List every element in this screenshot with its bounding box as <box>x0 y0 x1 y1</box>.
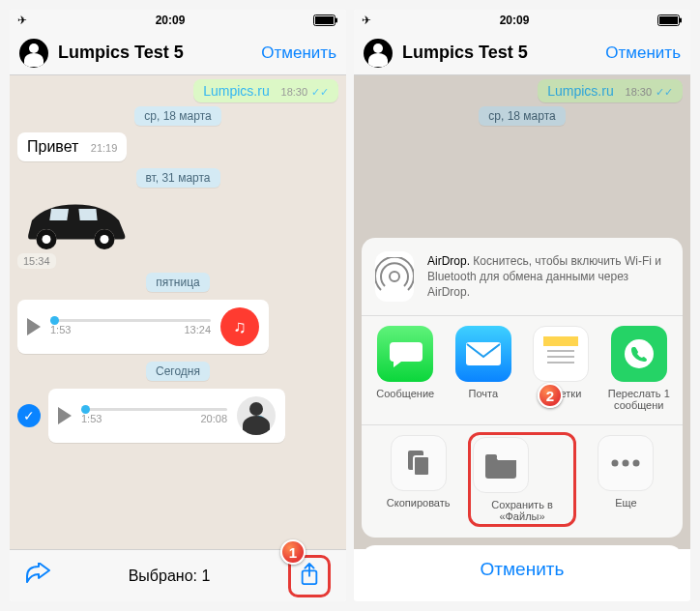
svg-point-5 <box>43 235 51 244</box>
svg-rect-2 <box>335 18 337 23</box>
action-label: Скопировать <box>387 497 451 509</box>
svg-point-19 <box>612 460 619 467</box>
incoming-message[interactable]: Привет 21:19 <box>17 132 127 161</box>
voice-track[interactable] <box>81 408 227 411</box>
share-apps-row: Сообщение Почта Заметки Переслать 1 сооб… <box>362 316 683 424</box>
callout-2: 2 <box>538 383 563 408</box>
share-app-mail[interactable]: Почта <box>446 326 522 411</box>
airplane-icon: ✈ <box>17 14 27 27</box>
app-label: Почта <box>468 388 498 399</box>
selected-count: Выбрано: 1 <box>129 567 211 585</box>
status-bar: ✈ 20:09 <box>10 10 346 31</box>
share-app-messages[interactable]: Сообщение <box>367 326 444 411</box>
action-label: Сохранить в «Файлы» <box>473 499 570 522</box>
msg-text: Привет <box>27 138 78 155</box>
share-card: AirDrop. Коснитесь, чтобы включить Wi-Fi… <box>362 238 683 538</box>
msg-time: 18:30 <box>281 86 308 98</box>
whatsapp-icon <box>611 326 667 382</box>
sticker-time: 15:34 <box>17 253 56 269</box>
action-label: Еще <box>615 497 636 509</box>
phone-right: ✈ 20:09 Lumpics Test 5 Отменить Lumpics.… <box>354 10 690 601</box>
sticker-message[interactable]: 15:34 <box>17 191 133 269</box>
action-save-files[interactable]: Сохранить в «Файлы» <box>471 435 572 524</box>
airplane-icon: ✈ <box>362 14 371 27</box>
chat-title[interactable]: Lumpics Test 5 <box>58 43 261 63</box>
phone-left: ✈ 20:09 Lumpics Test 5 Отменить Lumpics.… <box>10 10 346 601</box>
mic-icon <box>252 416 266 429</box>
app-label: Сообщение <box>376 388 434 399</box>
voice-track[interactable] <box>50 319 211 322</box>
avatar <box>364 39 393 68</box>
airdrop-row[interactable]: AirDrop. Коснитесь, чтобы включить Wi-Fi… <box>362 238 683 315</box>
cancel-button: Отменить <box>605 44 681 63</box>
read-ticks-icon: ✓✓ <box>656 86 673 98</box>
voice-time: 13:24 <box>184 324 211 335</box>
svg-point-20 <box>623 460 629 467</box>
read-ticks-icon: ✓✓ <box>311 86 329 98</box>
battery-icon <box>313 15 338 26</box>
voice-message-selected[interactable]: 1:53 20:08 <box>48 389 285 443</box>
cancel-button[interactable]: Отменить <box>261 44 336 63</box>
date-separator: вт, 31 марта <box>136 168 220 188</box>
chat-area: Lumpics.ru 18:30 ✓✓ ср, 18 марта Привет … <box>10 75 346 549</box>
svg-point-15 <box>625 339 654 368</box>
battery-icon <box>657 15 683 26</box>
mail-icon <box>455 326 511 382</box>
action-more[interactable]: Еще <box>575 435 677 524</box>
airdrop-text: AirDrop. Коснитесь, чтобы включить Wi-Fi… <box>427 253 669 301</box>
app-label: Переслать 1 сообщени <box>601 388 678 411</box>
link-text: Lumpics.ru <box>203 83 269 99</box>
svg-rect-8 <box>78 209 97 220</box>
voice-time: 20:08 <box>200 413 227 424</box>
sheet-cancel-button[interactable]: Отменить <box>362 545 683 594</box>
svg-point-21 <box>633 460 640 467</box>
play-icon[interactable] <box>58 407 72 424</box>
date-separator: пятница <box>146 273 209 292</box>
airdrop-icon <box>375 251 414 302</box>
folder-icon <box>473 437 529 493</box>
share-actions-row: Скопировать Сохранить в «Файлы» Еще <box>362 425 683 538</box>
avatar[interactable] <box>19 39 48 68</box>
forward-icon[interactable] <box>25 563 50 590</box>
selected-message-row[interactable]: ✓ 1:53 20:08 <box>17 385 338 447</box>
chat-header: Lumpics Test 5 Отменить <box>354 31 690 75</box>
status-time: 20:09 <box>500 14 530 27</box>
copy-icon <box>391 435 447 491</box>
voice-message[interactable]: 1:53 13:24 ♫ <box>17 300 269 354</box>
callout-1: 1 <box>280 539 306 565</box>
messages-icon <box>377 326 433 382</box>
play-icon[interactable] <box>27 318 41 335</box>
chat-header: Lumpics Test 5 Отменить <box>10 31 346 75</box>
svg-point-6 <box>101 235 109 244</box>
voice-duration: 1:53 <box>50 324 71 335</box>
share-app-whatsapp[interactable]: Переслать 1 сообщени <box>601 326 678 411</box>
msg-time: 21:19 <box>91 142 118 154</box>
svg-rect-18 <box>485 454 497 459</box>
svg-rect-1 <box>315 16 334 24</box>
music-badge-icon: ♫ <box>220 307 259 346</box>
sender-avatar-icon <box>237 396 276 435</box>
svg-point-13 <box>390 272 399 281</box>
voice-duration: 1:53 <box>81 413 102 424</box>
share-icon[interactable] <box>299 573 320 590</box>
more-icon <box>598 435 654 491</box>
outgoing-link: Lumpics.ru 18:30 ✓✓ <box>538 79 683 102</box>
status-time: 20:09 <box>156 14 186 27</box>
chat-title: Lumpics Test 5 <box>402 43 605 63</box>
svg-rect-17 <box>414 456 429 476</box>
notes-icon <box>533 326 589 382</box>
date-separator: ср, 18 марта <box>134 106 220 126</box>
action-copy[interactable]: Скопировать <box>367 435 469 524</box>
date-separator: Сегодня <box>146 362 210 381</box>
status-bar: ✈ 20:09 <box>354 10 690 31</box>
date-separator: ср, 18 марта <box>479 106 565 126</box>
airdrop-title: AirDrop. <box>427 254 470 268</box>
svg-rect-14 <box>466 342 501 365</box>
selection-check-icon[interactable]: ✓ <box>17 404 41 427</box>
save-files-highlight: Сохранить в «Файлы» <box>468 432 575 527</box>
share-sheet: AirDrop. Коснитесь, чтобы включить Wi-Fi… <box>362 238 683 594</box>
svg-rect-11 <box>659 16 678 24</box>
svg-rect-12 <box>680 18 682 23</box>
car-sticker-icon <box>17 191 133 249</box>
outgoing-link[interactable]: Lumpics.ru 18:30 ✓✓ <box>193 79 338 102</box>
